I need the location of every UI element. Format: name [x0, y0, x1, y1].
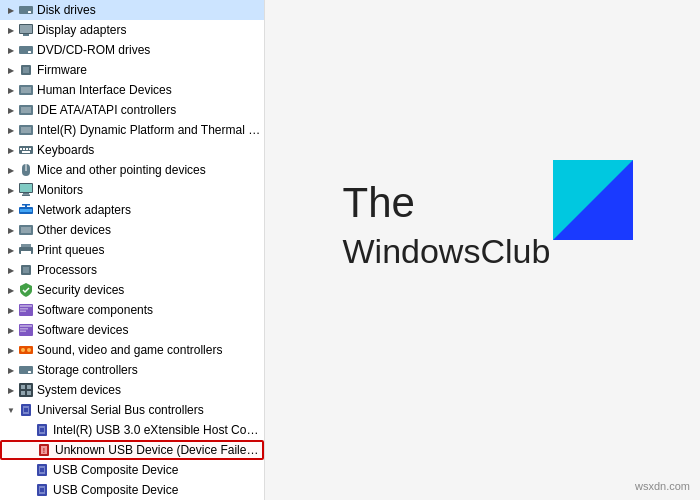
- tree-item-display-adapters[interactable]: ▶ Display adapters: [0, 20, 264, 40]
- svg-text:!: !: [43, 447, 45, 454]
- svg-rect-12: [21, 107, 31, 113]
- svg-rect-67: [40, 468, 44, 472]
- tree-item-dvd-cdrom[interactable]: ▶ DVD/CD-ROM drives: [0, 40, 264, 60]
- tree-item-usb-composite-1[interactable]: USB Composite Device: [0, 460, 264, 480]
- label-human-interface: Human Interface Devices: [37, 83, 172, 97]
- chevron-print-queues[interactable]: ▶: [4, 242, 18, 258]
- tree-item-network-adapters[interactable]: ▶ Network adapters: [0, 200, 264, 220]
- chevron-intel-dynamic[interactable]: ▶: [4, 122, 18, 138]
- tree-item-storage-controllers[interactable]: ▶ Storage controllers: [0, 360, 264, 380]
- tree-item-human-interface[interactable]: ▶ Human Interface Devices: [0, 80, 264, 100]
- chevron-human-interface[interactable]: ▶: [4, 82, 18, 98]
- chip-icon: [18, 62, 34, 78]
- usb-icon: [18, 402, 34, 418]
- chevron-other-devices[interactable]: ▶: [4, 222, 18, 238]
- tree-item-sound-video[interactable]: ▶ Sound, video and game controllers: [0, 340, 264, 360]
- monitor-icon: [18, 182, 34, 198]
- chevron-usb-composite-1[interactable]: [20, 462, 34, 478]
- chevron-system-devices[interactable]: ▶: [4, 382, 18, 398]
- tree-item-disk-drives[interactable]: ▶ Disk drives: [0, 0, 264, 20]
- label-intel-dynamic: Intel(R) Dynamic Platform and Thermal Fr…: [37, 123, 264, 137]
- label-ide-atapi: IDE ATA/ATAPI controllers: [37, 103, 176, 117]
- label-sound-video: Sound, video and game controllers: [37, 343, 222, 357]
- chevron-monitors[interactable]: ▶: [4, 182, 18, 198]
- label-intel-usb: Intel(R) USB 3.0 eXtensible Host Control…: [53, 423, 264, 437]
- mouse-icon: [18, 162, 34, 178]
- svg-rect-16: [20, 148, 22, 150]
- svg-rect-6: [28, 51, 31, 53]
- keyboard-icon: [18, 142, 34, 158]
- drive-icon: [18, 362, 34, 378]
- chip-icon: [18, 262, 34, 278]
- svg-rect-4: [20, 25, 32, 33]
- chevron-keyboards[interactable]: ▶: [4, 142, 18, 158]
- usb-icon: [34, 462, 50, 478]
- svg-rect-3: [23, 34, 29, 36]
- chevron-software-devices[interactable]: ▶: [4, 322, 18, 338]
- tree-item-ide-atapi[interactable]: ▶ IDE ATA/ATAPI controllers: [0, 100, 264, 120]
- tree-item-unknown-usb[interactable]: ! Unknown USB Device (Device Failed Enum…: [0, 440, 264, 460]
- tree-item-keyboards[interactable]: ▶ Keyboards: [0, 140, 264, 160]
- tree-item-software-components[interactable]: ▶ Software components: [0, 300, 264, 320]
- drive-icon: [18, 42, 34, 58]
- chevron-software-components[interactable]: ▶: [4, 302, 18, 318]
- chevron-usb-composite-2[interactable]: [20, 482, 34, 498]
- svg-rect-54: [21, 391, 25, 395]
- tree-item-firmware[interactable]: ▶ Firmware: [0, 60, 264, 80]
- software-icon: [18, 302, 34, 318]
- tree-item-security-devices[interactable]: ▶ Security devices: [0, 280, 264, 300]
- chevron-mice[interactable]: ▶: [4, 162, 18, 178]
- svg-rect-18: [26, 148, 28, 150]
- label-security-devices: Security devices: [37, 283, 124, 297]
- chevron-processors[interactable]: ▶: [4, 262, 18, 278]
- chevron-sound-video[interactable]: ▶: [4, 342, 18, 358]
- svg-rect-58: [24, 408, 28, 412]
- usb-warning-icon: !: [36, 442, 52, 458]
- svg-rect-1: [28, 11, 31, 13]
- chevron-disk-drives[interactable]: ▶: [4, 2, 18, 18]
- chevron-dvd-cdrom[interactable]: ▶: [4, 42, 18, 58]
- svg-rect-55: [27, 391, 31, 395]
- tree-item-intel-usb[interactable]: Intel(R) USB 3.0 eXtensible Host Control…: [0, 420, 264, 440]
- svg-rect-37: [23, 267, 29, 273]
- display-icon: [18, 22, 34, 38]
- tree-item-system-devices[interactable]: ▶ System devices: [0, 380, 264, 400]
- label-software-components: Software components: [37, 303, 153, 317]
- tree-item-mice[interactable]: ▶ Mice and other pointing devices: [0, 160, 264, 180]
- svg-rect-19: [29, 148, 31, 150]
- label-monitors: Monitors: [37, 183, 83, 197]
- chevron-display-adapters[interactable]: ▶: [4, 22, 18, 38]
- tree-item-usb-composite-2[interactable]: USB Composite Device: [0, 480, 264, 500]
- tree-item-other-devices[interactable]: ▶ Other devices: [0, 220, 264, 240]
- chevron-storage-controllers[interactable]: ▶: [4, 362, 18, 378]
- device-manager-tree[interactable]: ▶ Disk drives▶ Display adapters▶ DVD/CD-…: [0, 0, 265, 500]
- tree-item-intel-dynamic[interactable]: ▶ Intel(R) Dynamic Platform and Thermal …: [0, 120, 264, 140]
- chevron-intel-usb[interactable]: [20, 422, 34, 438]
- svg-point-47: [21, 348, 25, 352]
- label-storage-controllers: Storage controllers: [37, 363, 138, 377]
- tree-item-usb-controllers[interactable]: ▼ Universal Serial Bus controllers: [0, 400, 264, 420]
- label-keyboards: Keyboards: [37, 143, 94, 157]
- tree-item-print-queues[interactable]: ▶ Print queues: [0, 240, 264, 260]
- svg-rect-20: [22, 151, 30, 153]
- chevron-ide-atapi[interactable]: ▶: [4, 102, 18, 118]
- label-network-adapters: Network adapters: [37, 203, 131, 217]
- sound-icon: [18, 342, 34, 358]
- svg-rect-32: [21, 227, 31, 233]
- tree-item-software-devices[interactable]: ▶ Software devices: [0, 320, 264, 340]
- chevron-usb-controllers[interactable]: ▼: [4, 402, 18, 418]
- chevron-network-adapters[interactable]: ▶: [4, 202, 18, 218]
- label-software-devices: Software devices: [37, 323, 128, 337]
- svg-rect-61: [40, 428, 44, 432]
- chevron-security-devices[interactable]: ▶: [4, 282, 18, 298]
- security-icon: [18, 282, 34, 298]
- label-display-adapters: Display adapters: [37, 23, 126, 37]
- svg-rect-26: [22, 195, 30, 197]
- right-panel: The WindowsClub wsxdn.com: [265, 0, 700, 500]
- svg-rect-53: [27, 385, 31, 389]
- label-unknown-usb: Unknown USB Device (Device Failed Enumer…: [55, 443, 262, 457]
- chevron-unknown-usb[interactable]: [22, 442, 36, 458]
- tree-item-processors[interactable]: ▶ Processors: [0, 260, 264, 280]
- chevron-firmware[interactable]: ▶: [4, 62, 18, 78]
- tree-item-monitors[interactable]: ▶ Monitors: [0, 180, 264, 200]
